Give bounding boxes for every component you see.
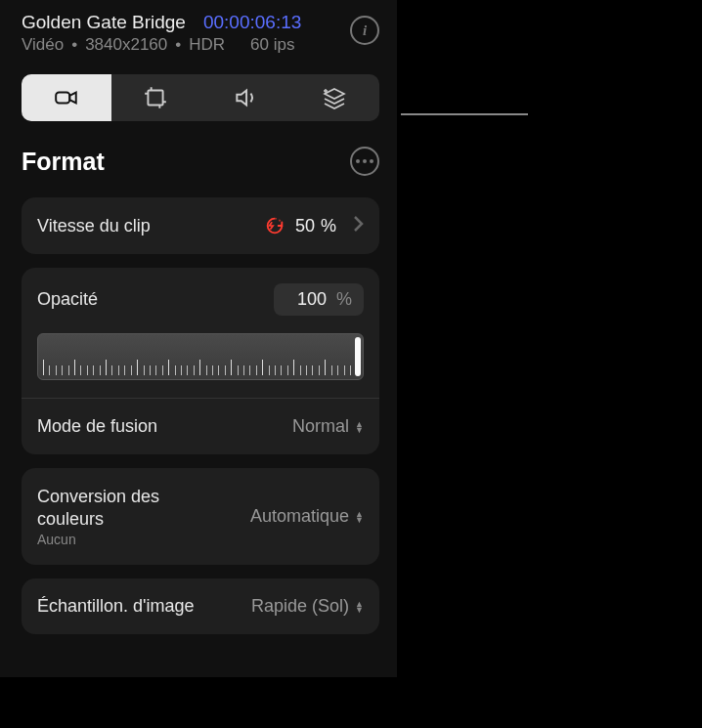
clip-title: Golden Gate Bridge	[22, 12, 186, 33]
color-conversion-card: Conversion des couleurs Aucun Automatiqu…	[22, 468, 379, 565]
color-conversion-value: Automatique	[250, 506, 349, 527]
slider-ticks	[38, 358, 363, 375]
opacity-unit: %	[336, 289, 352, 310]
inspector-tabs	[22, 74, 379, 121]
info-button[interactable]: i	[350, 16, 379, 45]
svg-rect-0	[56, 93, 69, 104]
meta-resolution: 3840x2160	[85, 35, 167, 55]
callout-line	[401, 113, 528, 115]
meta-hdr: HDR	[189, 35, 225, 55]
opacity-blend-card: Opacité 100 % Mode de fusion Normal ▲▼	[22, 268, 379, 454]
frame-sampling-value: Rapide (Sol)	[251, 596, 349, 617]
updown-icon: ▲▼	[355, 421, 364, 433]
blend-mode-label: Mode de fusion	[37, 416, 157, 437]
clip-speed-card[interactable]: Vitesse du clip 50 %	[22, 197, 379, 254]
crop-icon	[143, 85, 168, 110]
tab-video[interactable]	[22, 74, 111, 121]
updown-icon: ▲▼	[355, 511, 364, 523]
updown-icon: ▲▼	[355, 601, 364, 613]
layers-icon	[321, 84, 348, 111]
blend-mode-value: Normal	[292, 416, 349, 437]
tab-audio[interactable]	[200, 74, 290, 121]
clip-meta: Vidéo • 3840x2160 • HDR 60 ips	[22, 35, 344, 55]
video-camera-icon	[54, 85, 79, 110]
frame-sampling-label: Échantillon. d'image	[37, 596, 195, 617]
color-conversion-label: Conversion des couleurs	[37, 486, 184, 530]
speed-value: 50	[295, 216, 315, 236]
clip-speed-value-group: 50 %	[264, 215, 364, 236]
speed-icon	[264, 215, 285, 236]
chevron-right-icon	[352, 215, 364, 236]
clip-header-text: Golden Gate Bridge 00:00:06:13 Vidéo • 3…	[22, 12, 344, 55]
frame-sampling-select[interactable]: Rapide (Sol) ▲▼	[251, 596, 364, 617]
color-conversion-sub: Aucun	[37, 532, 184, 547]
frame-sampling-card: Échantillon. d'image Rapide (Sol) ▲▼	[22, 578, 379, 634]
tab-crop[interactable]	[111, 74, 201, 121]
opacity-slider[interactable]	[37, 333, 364, 380]
inspector-panel: Golden Gate Bridge 00:00:06:13 Vidéo • 3…	[0, 0, 397, 677]
opacity-input[interactable]: 100 %	[274, 283, 364, 316]
tab-effects[interactable]	[290, 74, 380, 121]
color-conversion-labels: Conversion des couleurs Aucun	[37, 486, 184, 547]
clip-header: Golden Gate Bridge 00:00:06:13 Vidéo • 3…	[0, 12, 397, 59]
speaker-icon	[233, 85, 258, 110]
clip-speed-label: Vitesse du clip	[37, 216, 151, 236]
section-title: Format	[22, 148, 105, 176]
slider-handle[interactable]	[355, 337, 361, 376]
opacity-value: 100	[297, 289, 327, 310]
speed-unit: %	[321, 216, 336, 236]
opacity-label: Opacité	[37, 289, 98, 310]
section-header: Format	[0, 121, 397, 190]
meta-type: Vidéo	[22, 35, 64, 55]
color-conversion-select[interactable]: Automatique ▲▼	[250, 506, 364, 527]
timecode: 00:00:06:13	[203, 12, 301, 33]
svg-rect-1	[149, 90, 163, 105]
blend-mode-select[interactable]: Normal ▲▼	[292, 416, 364, 437]
meta-fps: 60 ips	[250, 35, 294, 55]
more-button[interactable]	[350, 147, 379, 176]
